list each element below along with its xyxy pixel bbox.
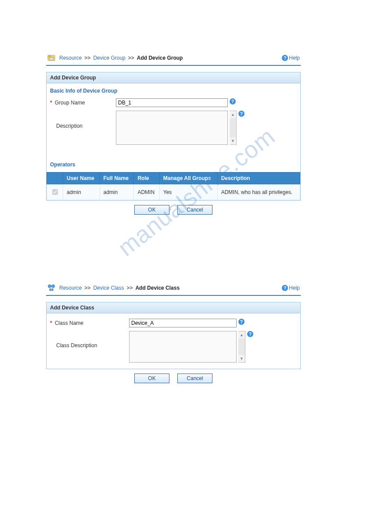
svg-point-7 [52,285,55,288]
col-full-name: Full Name [100,173,134,184]
svg-point-6 [48,285,51,288]
class-description-textarea[interactable] [129,331,237,363]
breadcrumb-current: Add Device Class [135,285,180,291]
col-role: Role [134,173,159,184]
label-description: Description [50,111,116,129]
breadcrumb-separator: >> [84,285,90,291]
cell-description: ADMIN, who has all privileges. [217,184,300,200]
breadcrumb-link-device-class[interactable]: Device Class [93,285,124,291]
row-checkbox[interactable] [52,189,58,195]
breadcrumb-current: Add Device Group [137,55,183,61]
cancel-button[interactable]: Cancel [177,374,212,383]
section-operators: Operators [47,157,300,170]
panel-title: Add Device Group [47,72,300,83]
breadcrumb-separator: >> [84,55,90,61]
required-mark: * [50,320,52,326]
help-icon: ? [282,285,288,291]
row-description: Description ▲ ▼ ? [47,109,300,147]
textarea-scrollbar[interactable]: ▲ ▼ [238,331,245,363]
operators-table: User Name Full Name Role Manage All Grou… [47,172,300,200]
label-group-name: * Group Name [50,98,116,106]
cell-full-name: admin [100,184,134,200]
help-link[interactable]: ? Help [282,285,300,291]
row-group-name: * Group Name ? [47,97,300,109]
breadcrumb-separator: >> [128,55,134,61]
hint-icon[interactable]: ? [238,319,245,325]
cell-role: ADMIN [134,184,159,200]
panel-title: Add Device Class [47,302,300,313]
scroll-down-icon[interactable]: ▼ [238,355,245,362]
breadcrumb-separator: >> [126,285,133,291]
svg-rect-3 [50,58,50,58]
add-device-group-region: Resource >> Device Group >> Add Device G… [46,53,301,215]
row-class-name: * Class Name ? [47,317,300,329]
table-row: admin admin ADMIN Yes ADMIN, who has all… [47,184,300,200]
description-textarea[interactable] [116,111,228,145]
help-label: Help [289,285,300,291]
col-description: Description [217,173,300,184]
cancel-button[interactable]: Cancel [177,205,212,215]
hint-icon[interactable]: ? [230,98,236,104]
textarea-scrollbar[interactable]: ▲ ▼ [230,111,237,145]
button-row: OK Cancel [46,205,301,215]
scroll-up-icon[interactable]: ▲ [238,331,245,338]
breadcrumb-link-resource[interactable]: Resource [59,55,82,61]
cell-user-name: admin [63,184,100,200]
svg-rect-5 [52,58,53,58]
label-class-name: * Class Name [50,319,129,326]
label-group-name-text: Group Name [55,100,85,106]
hint-icon[interactable]: ? [247,331,253,337]
class-name-input[interactable] [129,319,237,327]
help-link[interactable]: ? Help [282,55,300,61]
label-class-description-text: Class Description [56,342,97,349]
label-class-description: Class Description [50,331,129,349]
cell-manage-all: Yes [159,184,217,200]
row-class-description: Class Description ▲ ▼ ? [47,329,300,364]
resource-icon [47,54,56,62]
label-class-name-text: Class Name [55,320,83,326]
breadcrumb: Resource >> Device Group >> Add Device G… [47,54,183,62]
button-row: OK Cancel [46,374,301,383]
add-device-class-panel: Add Device Class * Class Name ? Class De… [46,302,301,369]
help-label: Help [289,55,300,61]
group-name-input[interactable] [116,98,228,107]
ok-button[interactable]: OK [134,374,169,383]
help-icon: ? [282,55,288,61]
hint-icon[interactable]: ? [238,111,245,117]
add-device-group-panel: Add Device Group Basic Info of Device Gr… [46,72,301,201]
col-checkbox [47,173,63,184]
required-mark: * [50,100,52,106]
add-device-class-region: T Resource >> Device Class >> Add Device… [46,283,301,383]
breadcrumb-link-device-group[interactable]: Device Group [93,55,125,61]
breadcrumb-row: T Resource >> Device Class >> Add Device… [46,283,301,296]
breadcrumb-row: Resource >> Device Group >> Add Device G… [46,53,301,66]
svg-rect-4 [51,58,52,58]
svg-rect-1 [48,55,51,57]
col-user-name: User Name [63,173,100,184]
scroll-down-icon[interactable]: ▼ [230,137,236,144]
label-description-text: Description [56,123,83,129]
device-class-icon: T [47,284,56,292]
breadcrumb-link-resource[interactable]: Resource [59,285,82,291]
col-manage-all: Manage All Groups [159,173,217,184]
scroll-up-icon[interactable]: ▲ [230,111,236,118]
breadcrumb: T Resource >> Device Class >> Add Device… [47,284,180,292]
ok-button[interactable]: OK [134,205,169,215]
section-basic-info: Basic Info of Device Group [47,83,300,97]
